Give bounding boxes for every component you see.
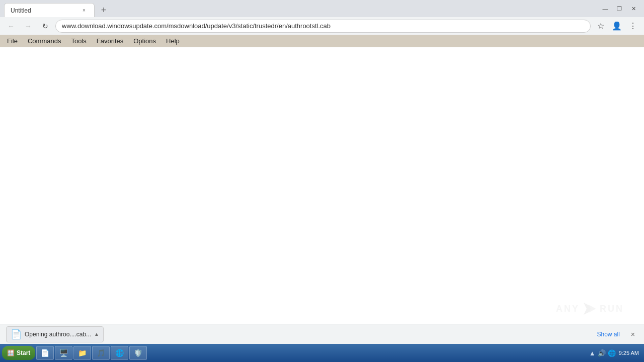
show-all-button[interactable]: Show all xyxy=(593,329,623,340)
download-file-icon: 📄 xyxy=(11,329,22,340)
refresh-button[interactable]: ↻ xyxy=(38,19,52,33)
taskbar: 🪟 Start 📄 🖥️ 📁 🎵 🌐 🛡️ ▲ 🔊 🌐 9:25 AM xyxy=(0,344,644,362)
systray-network-icon[interactable]: 🌐 xyxy=(608,349,616,357)
app-content xyxy=(0,47,644,324)
back-button[interactable]: ← xyxy=(4,19,18,33)
clock[interactable]: 9:25 AM xyxy=(619,349,639,356)
taskbar-media-icon: 🎵 xyxy=(97,349,105,357)
taskbar-app-security[interactable]: 🛡️ xyxy=(129,346,147,360)
taskbar-folder-icon: 📁 xyxy=(78,349,87,357)
taskbar-right: ▲ 🔊 🌐 9:25 AM xyxy=(589,349,642,357)
star-button[interactable]: ☆ xyxy=(594,19,608,33)
watermark-logo-icon xyxy=(582,301,598,317)
download-chevron-icon[interactable]: ▲ xyxy=(94,331,99,337)
new-tab-button[interactable]: + xyxy=(97,3,111,17)
tab-strip: Untitled × + xyxy=(4,0,111,17)
menu-commands[interactable]: Commands xyxy=(24,36,65,46)
watermark: ANY RUN xyxy=(556,301,624,317)
start-button[interactable]: 🪟 Start xyxy=(2,346,35,360)
tab-title: Untitled xyxy=(11,7,31,14)
app-menubar: File Commands Tools Favorites Options He… xyxy=(0,35,644,47)
start-label: Start xyxy=(17,349,30,356)
systray-volume-icon[interactable]: 🔊 xyxy=(598,349,606,357)
taskbar-security-icon: 🛡️ xyxy=(134,349,142,357)
download-item[interactable]: 📄 Opening authroo....cab... ▲ xyxy=(6,326,104,342)
toolbar-right: ☆ 👤 ⋮ xyxy=(594,19,640,33)
taskbar-app-folder[interactable]: 📁 xyxy=(73,346,91,360)
taskbar-chrome-icon: 🌐 xyxy=(115,349,124,357)
menu-options[interactable]: Options xyxy=(129,36,160,46)
systray: ▲ 🔊 🌐 xyxy=(589,349,616,357)
start-icon: 🪟 xyxy=(7,349,15,356)
taskbar-app-explorer[interactable]: 🖥️ xyxy=(55,346,72,360)
window-controls: — ❐ ✕ xyxy=(599,4,640,14)
download-filename: Opening authroo....cab... xyxy=(25,331,91,338)
dismiss-download-bar-button[interactable]: × xyxy=(628,328,638,340)
menu-help[interactable]: Help xyxy=(162,36,184,46)
maximize-button[interactable]: ❐ xyxy=(613,4,626,14)
download-bar: 📄 Opening authroo....cab... ▲ Show all × xyxy=(0,324,644,344)
taskbar-app-media[interactable]: 🎵 xyxy=(92,346,110,360)
menu-file[interactable]: File xyxy=(3,36,22,46)
taskbar-explorer-icon: 🖥️ xyxy=(59,349,68,357)
main-area: File Commands Tools Favorites Options He… xyxy=(0,35,644,324)
menu-button[interactable]: ⋮ xyxy=(626,19,640,33)
menu-tools[interactable]: Tools xyxy=(67,36,90,46)
taskbar-ie-icon: 📄 xyxy=(41,349,49,357)
systray-arrow-icon[interactable]: ▲ xyxy=(589,349,596,357)
tab-close-button[interactable]: × xyxy=(80,7,88,15)
minimize-button[interactable]: — xyxy=(599,4,612,14)
user-button[interactable]: 👤 xyxy=(610,19,624,33)
taskbar-app-ie[interactable]: 📄 xyxy=(36,346,54,360)
forward-button[interactable]: → xyxy=(21,19,35,33)
taskbar-app-chrome[interactable]: 🌐 xyxy=(111,346,128,360)
address-input[interactable] xyxy=(55,20,591,33)
active-tab[interactable]: Untitled × xyxy=(4,3,95,17)
address-bar: ← → ↻ ☆ 👤 ⋮ xyxy=(0,17,644,35)
close-button[interactable]: ✕ xyxy=(627,4,640,14)
menu-favorites[interactable]: Favorites xyxy=(93,36,127,46)
browser-titlebar: Untitled × + — ❐ ✕ xyxy=(0,0,644,17)
